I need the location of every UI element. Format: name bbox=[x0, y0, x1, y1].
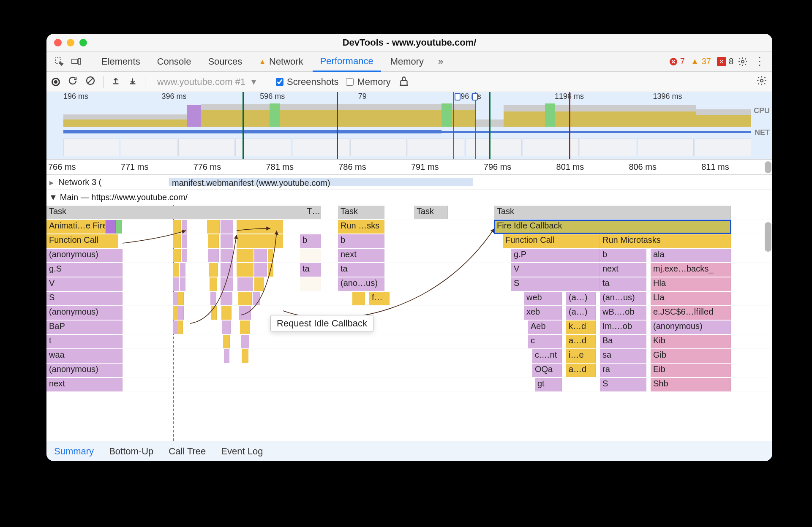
flame-cell[interactable]: next bbox=[338, 249, 384, 262]
flame-cell[interactable]: (anonymous) bbox=[46, 364, 123, 377]
flame-cell[interactable]: (anonymous) bbox=[46, 249, 123, 262]
flame-cell[interactable]: Gib bbox=[651, 349, 731, 363]
flame-cell[interactable] bbox=[221, 277, 233, 291]
flame-cell[interactable] bbox=[254, 249, 267, 262]
tab-sources[interactable]: Sources bbox=[200, 52, 250, 71]
flame-cell[interactable] bbox=[352, 292, 365, 305]
flame-cell[interactable] bbox=[118, 206, 304, 219]
flame-cell[interactable] bbox=[182, 249, 187, 262]
flame-cell[interactable]: ta bbox=[600, 277, 646, 291]
flame-cell[interactable]: c bbox=[528, 335, 562, 348]
flame-cell[interactable]: a…d bbox=[566, 364, 596, 377]
flame-cell[interactable]: g.P bbox=[511, 249, 600, 262]
flame-cell[interactable]: Task bbox=[46, 206, 118, 219]
flame-cell[interactable] bbox=[237, 263, 253, 277]
flame-cell[interactable] bbox=[224, 349, 229, 363]
flame-cell[interactable] bbox=[116, 220, 122, 234]
flame-cell[interactable]: g.S bbox=[46, 263, 123, 277]
flame-cell[interactable]: i…e bbox=[566, 349, 596, 363]
flame-cell[interactable]: xeb bbox=[524, 306, 562, 320]
settings-icon[interactable] bbox=[735, 54, 750, 69]
flame-cell[interactable] bbox=[221, 292, 232, 305]
flame-cell[interactable]: ala bbox=[651, 249, 731, 262]
device-icon[interactable] bbox=[68, 54, 84, 69]
flame-cell[interactable]: Eib bbox=[651, 364, 731, 377]
kebab-icon[interactable]: ⋮ bbox=[752, 54, 767, 69]
flame-cell[interactable]: waa bbox=[46, 349, 123, 363]
flame-cell[interactable]: Task bbox=[494, 206, 731, 219]
timeline-overview[interactable]: 196 ms396 ms 596 ms79 996 ms1196 ms 1396… bbox=[46, 92, 772, 160]
detail-ruler[interactable]: 766 ms771 ms776 ms 781 ms786 ms791 ms 79… bbox=[46, 160, 772, 175]
flame-cell[interactable] bbox=[300, 277, 321, 291]
flame-cell[interactable]: c.…nt bbox=[532, 349, 562, 363]
expand-icon[interactable]: ▸ bbox=[46, 177, 57, 187]
inspect-icon[interactable] bbox=[52, 54, 67, 69]
flame-cell[interactable]: (a…) bbox=[566, 292, 596, 305]
flame-cell[interactable] bbox=[173, 249, 181, 262]
flame-cell[interactable] bbox=[173, 263, 179, 277]
flame-cell[interactable]: Task bbox=[414, 206, 448, 219]
tab-summary[interactable]: Summary bbox=[54, 446, 94, 457]
flame-cell[interactable] bbox=[106, 220, 116, 234]
flame-cell[interactable]: S bbox=[511, 277, 600, 291]
flame-cell[interactable]: k…d bbox=[566, 321, 596, 334]
flame-cell[interactable]: next bbox=[46, 378, 123, 391]
flame-cell[interactable] bbox=[240, 321, 250, 334]
flame-cell[interactable]: next bbox=[600, 263, 646, 277]
tab-call-tree[interactable]: Call Tree bbox=[169, 446, 206, 457]
flame-cell[interactable] bbox=[223, 335, 230, 348]
main-thread-header[interactable]: ▼ Main — https://www.youtube.com/ bbox=[46, 190, 772, 205]
flame-cell[interactable]: Ba bbox=[600, 335, 646, 348]
flame-cell[interactable] bbox=[208, 249, 219, 262]
flame-cell[interactable]: gt bbox=[535, 378, 562, 391]
flame-cell[interactable] bbox=[209, 263, 218, 277]
tab-memory[interactable]: Memory bbox=[383, 52, 431, 71]
tab-performance[interactable]: Performance bbox=[313, 52, 381, 72]
flame-cell[interactable] bbox=[237, 220, 283, 234]
viewport-handle[interactable] bbox=[475, 92, 476, 159]
flame-cell[interactable] bbox=[222, 321, 231, 334]
warning-count[interactable]: ▲ 37 bbox=[691, 57, 711, 66]
flame-cell[interactable]: (a…) bbox=[566, 306, 596, 320]
flame-cell[interactable]: S bbox=[46, 292, 123, 305]
flame-cell[interactable]: b bbox=[300, 234, 321, 248]
flame-cell[interactable] bbox=[237, 234, 283, 248]
flame-cell[interactable]: (anonymous) bbox=[46, 306, 123, 320]
flame-cell[interactable]: ta bbox=[338, 263, 384, 277]
reload-icon[interactable] bbox=[68, 76, 78, 88]
flame-cell[interactable] bbox=[221, 306, 232, 320]
flame-cell[interactable]: Aeb bbox=[528, 321, 562, 334]
flame-cell[interactable] bbox=[173, 220, 181, 234]
flame-cell[interactable]: (an…us) bbox=[600, 292, 646, 305]
upload-icon[interactable] bbox=[111, 76, 120, 88]
flame-cell[interactable] bbox=[180, 263, 185, 277]
flame-cell[interactable] bbox=[210, 292, 216, 305]
flame-cell[interactable]: BaP bbox=[46, 321, 123, 334]
flame-cell[interactable] bbox=[208, 234, 219, 248]
flame-chart[interactable]: TaskT…TaskTaskTaskAnimati…e FiredRun …sk… bbox=[46, 205, 772, 441]
flame-cell[interactable] bbox=[173, 277, 179, 291]
flame-cell[interactable]: Lla bbox=[651, 292, 731, 305]
flame-cell[interactable] bbox=[268, 263, 273, 277]
flame-cell[interactable] bbox=[237, 277, 253, 291]
flame-cell[interactable]: V bbox=[511, 263, 600, 277]
flame-cell[interactable]: (anonymous) bbox=[651, 321, 731, 334]
flame-cell[interactable]: (ano…us) bbox=[338, 277, 384, 291]
network-bar[interactable]: manifest.webmanifest (www.youtube.com) bbox=[169, 178, 473, 186]
flame-cell[interactable]: OQa bbox=[532, 364, 562, 377]
flame-cell[interactable]: Task bbox=[338, 206, 384, 219]
download-icon[interactable] bbox=[128, 76, 137, 88]
screenshots-checkbox[interactable]: Screenshots bbox=[276, 76, 338, 87]
flame-cell[interactable]: ra bbox=[600, 364, 646, 377]
flame-cell[interactable] bbox=[211, 306, 217, 320]
tab-event-log[interactable]: Event Log bbox=[221, 446, 263, 457]
flame-cell[interactable] bbox=[241, 335, 249, 348]
flame-cell[interactable] bbox=[177, 321, 183, 334]
flame-cell[interactable]: wB.…ob bbox=[600, 306, 646, 320]
handle-grip-icon[interactable] bbox=[472, 93, 478, 101]
flame-cell[interactable] bbox=[210, 277, 217, 291]
flame-cell[interactable] bbox=[178, 306, 184, 320]
scrollbar-thumb[interactable] bbox=[765, 161, 771, 173]
flame-cell[interactable] bbox=[254, 263, 267, 277]
flame-cell[interactable]: b bbox=[338, 234, 384, 248]
